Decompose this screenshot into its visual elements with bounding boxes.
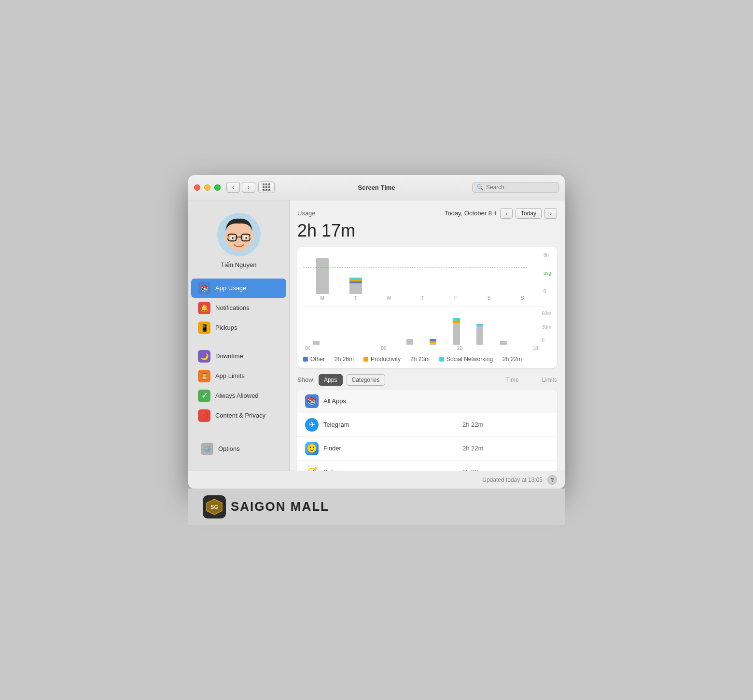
legend-dot-social xyxy=(439,357,444,362)
sidebar-item-label: Downtime xyxy=(215,352,243,360)
search-input[interactable] xyxy=(486,184,555,191)
app-table: 📚 All Apps ✈ Telegram 2h 22m xyxy=(297,390,557,471)
downtime-icon: 🌙 xyxy=(198,350,210,363)
app-cell-telegram: ✈ Telegram xyxy=(305,418,462,432)
sidebar-item-always-allowed[interactable]: ✓ Always Allowed xyxy=(191,386,286,406)
traffic-lights xyxy=(194,184,221,191)
app-name-all: All Apps xyxy=(323,397,346,405)
watermark: SG SAIGON MALL xyxy=(188,489,565,525)
hourly-bar-00 xyxy=(305,341,327,345)
user-name: Tiến Nguyen xyxy=(221,261,257,268)
sidebar-secondary: 🌙 Downtime ⏳ App Limits ✓ Always Allowed xyxy=(188,346,289,426)
limits-col-header: Limits xyxy=(542,377,557,383)
hourly-bar-18 xyxy=(492,341,515,345)
show-categories-button[interactable]: Categories xyxy=(347,374,385,386)
usage-header: Usage Today, October 8 ⬍ ‹ Today › xyxy=(297,208,557,219)
hourly-bar-5 xyxy=(422,339,444,345)
app-cell-finder: 🙂 Finder xyxy=(305,442,462,455)
weekly-chart: M xyxy=(303,252,542,301)
svg-point-9 xyxy=(224,234,228,240)
table-row-finder[interactable]: 🙂 Finder 2h 22m xyxy=(297,437,557,461)
legend-time-productivity: 2h 23m xyxy=(410,356,430,363)
sidebar-item-pickups[interactable]: 📱 Pickups xyxy=(191,318,286,337)
app-name-telegram: Telegram xyxy=(323,421,349,428)
app-time-telegram: 2h 22m xyxy=(462,421,511,428)
legend: Other 2h 26m Productivity 2h 23m Social … xyxy=(303,356,551,363)
close-button[interactable] xyxy=(194,184,200,191)
grid-icon xyxy=(263,183,270,191)
window: ‹ › Screen Time 🔍 xyxy=(188,175,565,489)
day-label-f: F xyxy=(454,295,457,301)
total-time: 2h 17m xyxy=(297,221,557,241)
hour-18: 18 xyxy=(532,346,538,351)
y-label-60m: 60m xyxy=(542,311,551,316)
status-text: Updated today at 13:05 xyxy=(482,476,543,483)
search-bar[interactable]: 🔍 xyxy=(472,182,559,193)
table-row-safari[interactable]: 🧭 Safari 2h 22m xyxy=(297,461,557,471)
sidebar-item-downtime[interactable]: 🌙 Downtime xyxy=(191,347,286,366)
pickups-icon: 📱 xyxy=(198,322,210,334)
app-time-finder: 2h 22m xyxy=(462,445,511,452)
sidebar-item-app-limits[interactable]: ⏳ App Limits xyxy=(191,366,286,386)
sidebar-item-label: Pickups xyxy=(215,324,237,331)
grid-view-button[interactable] xyxy=(258,182,275,193)
chart-bar-group-t1: T xyxy=(340,278,371,301)
hour-06: 06 xyxy=(381,346,386,351)
today-button[interactable]: Today xyxy=(516,208,542,219)
telegram-icon: ✈ xyxy=(305,418,319,432)
legend-dot-productivity xyxy=(363,357,368,362)
chart-bar-group-s1: S xyxy=(474,294,504,301)
sidebar-item-options[interactable]: ⚙️ Options xyxy=(194,439,283,459)
table-row-all-apps[interactable]: 📚 All Apps xyxy=(297,390,557,413)
legend-time-other: 2h 26m xyxy=(335,356,354,363)
usage-label: Usage xyxy=(297,210,439,217)
y-label-30m: 30m xyxy=(542,324,551,330)
app-cell-safari: 🧭 Safari xyxy=(305,465,462,471)
next-date-button[interactable]: › xyxy=(544,208,557,219)
svg-point-7 xyxy=(232,237,234,239)
fullscreen-button[interactable] xyxy=(214,184,221,191)
date-nav: Today, October 8 ⬍ ‹ Today › xyxy=(445,208,557,219)
time-col-header: Time xyxy=(506,377,518,383)
show-apps-button[interactable]: Apps xyxy=(319,374,342,386)
back-button[interactable]: ‹ xyxy=(226,182,240,193)
app-name-safari: Safari xyxy=(323,468,340,471)
legend-label-other: Other xyxy=(310,356,325,363)
sidebar-item-app-usage[interactable]: 📚 App Usage xyxy=(191,279,286,298)
always-allowed-icon: ✓ xyxy=(198,390,210,402)
legend-social: Social Networking xyxy=(439,356,493,363)
table-row-telegram[interactable]: ✈ Telegram 2h 22m xyxy=(297,413,557,437)
legend-label-productivity: Productivity xyxy=(371,356,401,363)
day-label-m: M xyxy=(320,295,324,301)
avatar-section: Tiến Nguyen xyxy=(188,208,289,278)
nav-buttons: ‹ › xyxy=(226,182,255,193)
day-label-s2: S xyxy=(521,295,524,301)
status-bar: Updated today at 13:05 ? xyxy=(188,471,565,489)
minimize-button[interactable] xyxy=(204,184,210,191)
chart-bar-group-m: M xyxy=(307,258,337,301)
day-label-w: W xyxy=(387,295,391,301)
finder-icon: 🙂 xyxy=(305,442,319,455)
help-button[interactable]: ? xyxy=(547,475,557,485)
avatar xyxy=(217,213,261,256)
sidebar-item-content-privacy[interactable]: 🚫 Content & Privacy xyxy=(191,406,286,425)
forward-button[interactable]: › xyxy=(242,182,255,193)
sidebar-bottom: ⚙️ Options xyxy=(188,435,289,463)
wm-text: SAIGON MALL xyxy=(231,499,329,514)
sidebar-item-notifications[interactable]: 🔔 Notifications xyxy=(191,298,286,318)
sidebar-primary: 📚 App Usage 🔔 Notifications 📱 Pickups xyxy=(188,278,289,338)
sidebar-item-label: App Limits xyxy=(215,372,245,379)
svg-point-8 xyxy=(245,237,247,239)
chart-area: M xyxy=(297,247,557,368)
sidebar-item-label: Content & Privacy xyxy=(215,412,265,419)
day-label-t1: T xyxy=(354,295,357,301)
notifications-icon: 🔔 xyxy=(198,302,210,314)
svg-point-10 xyxy=(250,234,254,240)
chart-bar-group-s2: S xyxy=(507,294,538,301)
sidebar-item-label: Notifications xyxy=(215,304,250,311)
search-icon: 🔍 xyxy=(476,184,484,191)
chart-bar-group-w: W xyxy=(374,294,404,301)
chart-bar-group-t2: T xyxy=(407,294,437,301)
app-name-finder: Finder xyxy=(323,445,341,452)
prev-date-button[interactable]: ‹ xyxy=(500,208,513,219)
